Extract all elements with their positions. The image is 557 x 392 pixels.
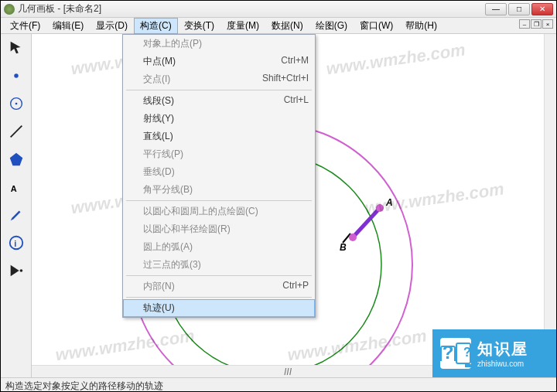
menu-display[interactable]: 显示(D): [90, 18, 134, 34]
scrollbar-vertical[interactable]: [544, 34, 556, 365]
menu-item-u[interactable]: 轨迹(U): [123, 299, 315, 317]
menu-construct[interactable]: 构造(C): [134, 18, 178, 34]
window-title: 几何画板 - [未命名2]: [18, 2, 485, 15]
line-tool[interactable]: [5, 121, 27, 142]
minimize-button[interactable]: —: [485, 3, 507, 15]
info-tool[interactable]: i: [5, 232, 27, 254]
svg-point-15: [349, 233, 357, 241]
menu-separator: [126, 200, 312, 201]
svg-point-2: [15, 103, 17, 105]
svg-line-11: [353, 208, 380, 237]
text-tool[interactable]: A: [5, 176, 27, 198]
menu-transform[interactable]: 变换(T): [178, 18, 220, 34]
point-label-b: B: [340, 242, 347, 253]
brand-badge[interactable]: 知识屋 zhishiwu.com: [432, 329, 556, 377]
menu-item-y[interactable]: 射线(Y): [123, 110, 315, 128]
mdi-close[interactable]: ×: [542, 19, 553, 29]
mdi-controls: – ❐ ×: [519, 19, 553, 29]
brand-logo-icon: [440, 338, 471, 369]
svg-marker-4: [9, 153, 22, 166]
construct-dropdown: 对象上的点(P)中点(M)Ctrl+M交点(I)Shift+Ctrl+I线段(S…: [122, 34, 316, 318]
menu-item-c: 以圆心和圆周上的点绘圆(C): [123, 203, 315, 220]
menu-help[interactable]: 帮助(H): [399, 18, 443, 34]
menu-separator: [126, 275, 312, 276]
menu-item-s[interactable]: 线段(S)Ctrl+L: [123, 92, 315, 110]
menu-graph[interactable]: 绘图(G): [309, 18, 354, 34]
toolbox: A i: [1, 34, 32, 377]
point-tool[interactable]: [5, 65, 27, 87]
menu-item-r: 以圆心和半径绘圆(R): [123, 220, 315, 238]
maximize-button[interactable]: □: [508, 3, 530, 15]
close-button[interactable]: ✕: [531, 3, 553, 15]
svg-text:A: A: [10, 184, 16, 193]
titlebar: 几何画板 - [未命名2] — □ ✕: [1, 1, 556, 18]
menu-item-b: 角平分线(B): [123, 181, 315, 199]
menu-item-l[interactable]: 直线(L): [123, 128, 315, 145]
menu-item-i: 交点(I)Shift+Ctrl+I: [123, 70, 315, 88]
marker-tool[interactable]: [5, 204, 27, 226]
svg-text:i: i: [14, 239, 16, 248]
svg-point-8: [19, 269, 22, 272]
svg-line-3: [10, 126, 22, 138]
menu-item-: 过三点的弧(3): [123, 256, 315, 274]
menu-item-p: 对象上的点(P): [123, 35, 315, 53]
menu-file[interactable]: 文件(F): [4, 18, 46, 34]
menu-measure[interactable]: 度量(M): [220, 18, 265, 34]
mdi-minimize[interactable]: –: [519, 19, 530, 29]
menubar: 文件(F) 编辑(E) 显示(D) 构造(C) 变换(T) 度量(M) 数据(N…: [1, 18, 556, 34]
point-label-a: A: [385, 197, 393, 208]
menu-item-a: 圆上的弧(A): [123, 238, 315, 256]
menu-window[interactable]: 窗口(W): [354, 18, 399, 34]
svg-point-0: [14, 73, 19, 78]
menu-item-p: 平行线(P): [123, 145, 315, 163]
mdi-restore[interactable]: ❐: [531, 19, 542, 29]
menu-item-n: 内部(N)Ctrl+P: [123, 278, 315, 295]
app-icon: [4, 4, 15, 15]
statusbar: 构造选定对象按定义的路径移动的轨迹: [1, 377, 556, 391]
svg-point-14: [376, 204, 384, 212]
menu-item-d: 垂线(D): [123, 163, 315, 181]
custom-tool[interactable]: [5, 260, 27, 281]
arrow-tool[interactable]: [5, 37, 27, 59]
polygon-tool[interactable]: [5, 148, 27, 170]
window-controls: — □ ✕: [485, 3, 553, 15]
menu-data[interactable]: 数据(N): [265, 18, 309, 34]
menu-edit[interactable]: 编辑(E): [46, 18, 90, 34]
brand-text: 知识屋 zhishiwu.com: [477, 339, 528, 368]
circle-tool[interactable]: [5, 93, 27, 114]
menu-separator: [126, 297, 312, 298]
menu-item-m[interactable]: 中点(M)Ctrl+M: [123, 53, 315, 70]
menu-separator: [126, 90, 312, 90]
